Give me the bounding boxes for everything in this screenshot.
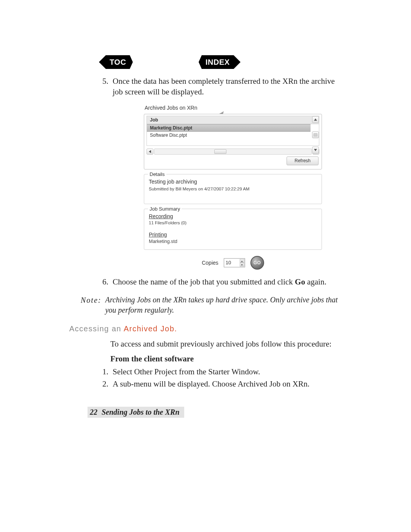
scroll-left-button[interactable] bbox=[147, 149, 153, 155]
index-label: INDEX bbox=[206, 58, 230, 67]
subheading: From the client software bbox=[110, 353, 339, 364]
go-row: Copies 10 ▲ ▼ GO bbox=[144, 256, 322, 270]
copies-value: 10 bbox=[226, 259, 231, 266]
note-label: Note: bbox=[81, 295, 101, 315]
step-5-text: Once the data has been completely transf… bbox=[113, 77, 335, 96]
steps-list-a: Once the data has been completely transf… bbox=[96, 76, 339, 287]
details-group: Details Testing job archiving Submitted … bbox=[144, 174, 322, 204]
printing-sub: Marketing.std bbox=[149, 238, 317, 245]
step-6: Choose the name of the job that you subm… bbox=[110, 276, 339, 287]
copies-spinner[interactable]: ▲ ▼ bbox=[240, 259, 244, 267]
footer-page-number: 22 bbox=[90, 408, 97, 416]
index-button[interactable]: INDEX bbox=[202, 55, 234, 69]
recording-sub: 11 Files/Folders (0) bbox=[149, 220, 317, 226]
details-sub: Submitted by Bill Meyers on 4/27/2007 10… bbox=[149, 186, 317, 192]
toc-button[interactable]: TOC bbox=[106, 55, 130, 69]
job-column-header: Job bbox=[147, 116, 319, 124]
step-5: Once the data has been completely transf… bbox=[110, 76, 339, 270]
summary-legend: Job Summary bbox=[148, 206, 182, 212]
note-row: Note: Archiving Jobs on the XRn takes up… bbox=[81, 295, 339, 315]
steps-list-b: Select Other Project from the Starter Wi… bbox=[96, 366, 339, 390]
vertical-scroll bbox=[312, 116, 319, 153]
step-b1: Select Other Project from the Starter Wi… bbox=[110, 366, 339, 377]
copies-input[interactable]: 10 ▲ ▼ bbox=[224, 258, 245, 267]
scroll-track[interactable] bbox=[154, 149, 312, 155]
note-body: Archiving Jobs on the XRn takes up hard … bbox=[105, 295, 339, 315]
scroll-down-button[interactable] bbox=[312, 147, 319, 153]
horizontal-scroll bbox=[147, 148, 319, 155]
section-heading: Accessing an Archived Job bbox=[69, 324, 339, 334]
printing-heading: Printing bbox=[149, 231, 317, 238]
recording-heading: Recording bbox=[149, 213, 317, 220]
step-6-post: again. bbox=[305, 277, 327, 286]
page-footer: 22 Sending Jobs to the XRn bbox=[88, 407, 184, 418]
arrow-right-icon bbox=[234, 55, 241, 69]
caret-down-icon bbox=[314, 149, 317, 151]
details-legend: Details bbox=[148, 171, 166, 178]
access-intro: To access and submit previously archived… bbox=[110, 339, 339, 349]
section-highlight: Archived Job bbox=[124, 324, 177, 333]
job-summary-group: Job Summary Recording 11 Files/Folders (… bbox=[144, 209, 322, 250]
scroll-thumb-horizontal[interactable] bbox=[214, 149, 226, 154]
spinner-up-icon[interactable]: ▲ bbox=[240, 259, 244, 263]
footer-title: Sending Jobs to the XRn bbox=[102, 408, 180, 416]
go-button[interactable]: GO bbox=[250, 256, 264, 270]
panel-title: Archived Jobs on XRn bbox=[144, 103, 322, 114]
nav-band: TOC INDEX bbox=[88, 55, 339, 71]
step-6-bold: Go bbox=[295, 277, 305, 286]
list-item[interactable]: Software Disc.ptpt bbox=[147, 132, 311, 139]
caret-up-icon bbox=[314, 118, 317, 121]
list-item bbox=[147, 139, 311, 145]
scroll-thumb[interactable] bbox=[312, 131, 319, 138]
copies-label: Copies bbox=[202, 259, 218, 267]
section-pre: Accessing an bbox=[69, 324, 124, 333]
job-list[interactable]: Marketing Disc.ptpt Software Disc.ptpt bbox=[147, 124, 319, 146]
step-6-pre: Choose the name of the job that you subm… bbox=[113, 277, 295, 286]
job-panel: Job Marketing Disc.ptpt Software Disc.pt… bbox=[144, 114, 322, 169]
archived-jobs-panel: Archived Jobs on XRn Job Marketing Disc.… bbox=[144, 103, 322, 270]
step-b2: A sub-menu will be displayed. Choose Arc… bbox=[110, 379, 339, 389]
caret-left-icon bbox=[149, 150, 151, 153]
scroll-up-button[interactable] bbox=[312, 116, 319, 123]
details-line: Testing job archiving bbox=[149, 178, 317, 185]
spinner-down-icon[interactable]: ▼ bbox=[240, 263, 244, 267]
arrow-left-icon bbox=[99, 55, 106, 69]
refresh-button[interactable]: Refresh bbox=[287, 157, 319, 165]
list-item[interactable]: Marketing Disc.ptpt bbox=[147, 124, 311, 132]
toc-label: TOC bbox=[110, 58, 126, 67]
